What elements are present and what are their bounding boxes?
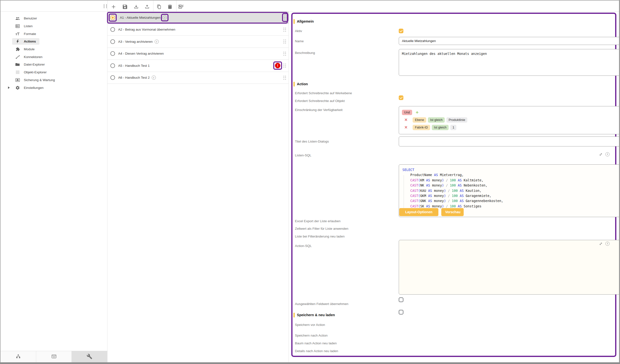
add-button[interactable] [111, 4, 116, 10]
text-format-icon [15, 31, 20, 36]
sidebar-item-datei-explorer[interactable]: Datei-Explorer [0, 61, 107, 69]
field-label: Zellwert als Filter für Liste anwenden [295, 227, 348, 231]
list-item-a1[interactable]: A1 - Aktuelle Mietzahlungen i [108, 12, 289, 24]
folder-icon [15, 62, 20, 67]
import-download-icon[interactable] [133, 4, 139, 10]
drag-handle-icon[interactable] [283, 28, 286, 31]
field-label: Titel des Listen-Dialogs [295, 140, 329, 143]
drag-handle-icon[interactable] [283, 76, 286, 80]
condition-field-chip[interactable]: Ebene [413, 117, 426, 123]
sidebar-item-module[interactable]: Module [0, 45, 107, 53]
error-badge-icon[interactable]: ! [275, 63, 280, 68]
expand-caret-icon[interactable] [8, 87, 10, 89]
drag-handle-icon[interactable] [283, 52, 286, 56]
drag-handle-icon[interactable] [284, 15, 286, 19]
info-icon[interactable]: i [605, 242, 610, 246]
condition-field-chip[interactable]: Fabrik-ID [413, 125, 430, 130]
operator-chip[interactable]: Und [402, 110, 412, 115]
layout-optionen-button[interactable]: Layout-Optionen [7] [399, 208, 438, 216]
field-label: Ausgewählten Feldwert übernehmen [295, 302, 348, 306]
save-icon[interactable] [122, 4, 128, 10]
list-item-label: A2 - Betrag aus Vormonat übernehmen [118, 28, 175, 31]
section-header-allgemein: Allgemein [294, 19, 314, 24]
list-item-label: A5 - Handbuch Test 1 [118, 64, 150, 68]
liste-neu-laden-checkbox[interactable] [399, 310, 403, 314]
export-upload-icon[interactable] [144, 4, 150, 10]
list-item-a2[interactable]: A2 - Betrag aus Vormonat übernehmen [108, 24, 289, 36]
condition-value-chip[interactable]: 1 [450, 125, 456, 130]
beschreibung-value: Mietzahlungen des aktuellen Monats anzei… [402, 52, 487, 56]
radio[interactable] [110, 75, 115, 80]
list-item-a5[interactable]: A5 - Handbuch Test 1 ! [108, 60, 289, 72]
vorschau-button[interactable]: Vorschau [441, 208, 464, 216]
action-list-panel: A1 - Aktuelle Mietzahlungen i A2 - Betra… [108, 12, 289, 362]
info-icon[interactable]: i [152, 75, 156, 80]
sidebar-item-label: Sicherung & Wartung [24, 78, 55, 82]
radio-selected[interactable] [110, 15, 115, 20]
window-border-right [619, 0, 620, 364]
sidebar-item-sicherung-wartung[interactable]: Sicherung & Wartung [0, 76, 107, 84]
sidebar-item-benutzer[interactable]: Benutzer [0, 15, 107, 22]
condition-value-chip[interactable]: Produktlinie [446, 117, 467, 123]
info-icon[interactable]: i [605, 152, 610, 156]
field-label: Excel Export der Liste erlauben [295, 219, 341, 223]
list-item-label: A1 - Aktuelle Mietzahlungen [120, 16, 160, 19]
sidebar-item-actions[interactable]: Actions [0, 38, 107, 45]
beschreibung-textarea[interactable]: Mietzahlungen des aktuellen Monats anzei… [399, 49, 620, 76]
zellwert-filter-checkbox[interactable] [399, 297, 403, 302]
splitter-handle-icon[interactable] [104, 4, 107, 8]
info-icon[interactable]: i [163, 15, 167, 20]
expand-icon[interactable] [599, 152, 603, 157]
sidebar-item-listen[interactable]: Listen [0, 22, 107, 30]
remove-condition-icon[interactable]: ✕ [404, 117, 407, 123]
drag-handle-icon[interactable] [283, 40, 286, 44]
radio[interactable] [110, 51, 115, 56]
condition-op-chip[interactable]: Ist gleich [428, 117, 445, 123]
tab-table[interactable] [36, 351, 72, 363]
sidebar-item-label: Objekt-Explorer [24, 71, 47, 74]
detail-panel: Allgemein Aktiv Name Beschreibung Mietza… [291, 13, 616, 357]
sidebar-item-einstellungen[interactable]: Einstellungen [0, 84, 107, 91]
expand-icon[interactable] [599, 242, 603, 246]
condition-op-chip[interactable]: Ist gleich [432, 125, 449, 130]
sidebar-item-label: Actions [24, 40, 36, 43]
convert-action-icon[interactable] [178, 4, 184, 10]
list-item-a6[interactable]: A6 - Handbuch Test 2 i [108, 72, 289, 84]
delete-trash-icon[interactable] [167, 4, 173, 10]
list-item-label: A3 - Vertrag archivieren [118, 40, 153, 44]
dot-grid-icon [15, 70, 20, 74]
action-sql-editor[interactable] [399, 240, 620, 294]
radio[interactable] [110, 27, 115, 32]
titel-listen-dialog-input[interactable] [399, 136, 620, 146]
aktiv-checkbox[interactable] [399, 29, 403, 33]
name-input[interactable] [399, 37, 620, 45]
schreibrechte-werkebene-checkbox[interactable] [399, 95, 403, 100]
list-item-a4[interactable]: A4 - Diesen Vertrag archivieren [108, 48, 289, 60]
sidebar-item-label: Listen [24, 24, 32, 28]
duplicate-icon[interactable] [156, 4, 162, 10]
radio[interactable] [110, 63, 115, 68]
sidebar-item-objekt-explorer[interactable]: Objekt-Explorer [0, 69, 107, 76]
sidebar-item-konnektoren[interactable]: Konnektoren [0, 53, 107, 61]
tab-tree[interactable] [0, 351, 36, 363]
field-label: Baum nach Action neu laden [295, 341, 337, 345]
window-border-left [0, 0, 0, 364]
tree-icon [15, 354, 21, 360]
field-label: Speichern nach Action [295, 334, 327, 337]
add-condition-icon[interactable]: + [416, 110, 419, 115]
tab-wrench[interactable] [72, 351, 108, 363]
list-item-a3[interactable]: A3 - Vertrag archivieren i [108, 36, 289, 48]
connector-icon [15, 55, 20, 59]
sidebar-item-formate[interactable]: Formate [0, 30, 107, 38]
radio[interactable] [110, 39, 115, 44]
sidebar-item-label: Datei-Explorer [24, 63, 45, 66]
drag-handle-icon[interactable] [283, 64, 286, 68]
remove-condition-icon[interactable]: ✕ [404, 125, 407, 130]
info-icon[interactable]: i [155, 40, 159, 44]
field-label: Beschreibung [295, 51, 315, 55]
window-border-top [0, 0, 620, 0]
users-icon [15, 16, 20, 21]
sidebar-item-label: Module [24, 47, 34, 51]
sidebar: Benutzer Listen Formate Actions Module K… [0, 12, 108, 362]
sidebar-item-label: Benutzer [24, 16, 37, 20]
